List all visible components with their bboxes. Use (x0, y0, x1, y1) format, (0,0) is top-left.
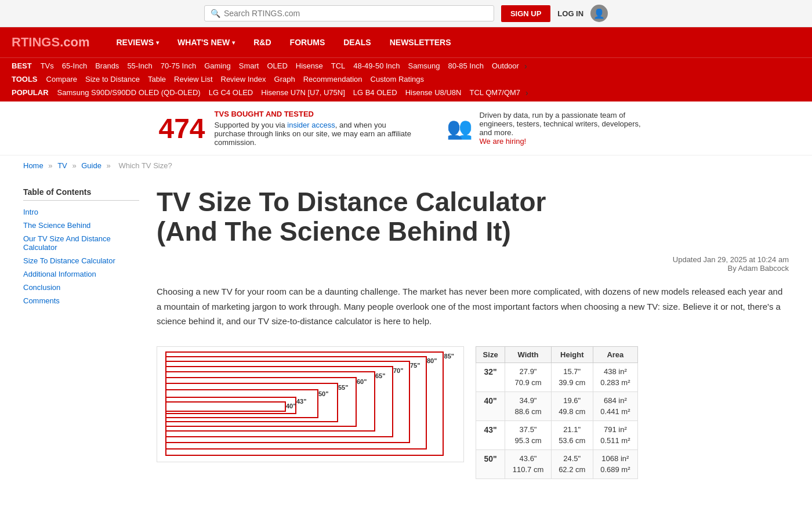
tv-label-40: 40" (286, 403, 296, 409)
nav-deals[interactable]: DEALS (334, 28, 380, 56)
avatar[interactable]: 👤 (590, 5, 608, 22)
size-43: 43" (476, 420, 505, 449)
best-samsung[interactable]: Samsung (405, 60, 443, 71)
toc-additional[interactable]: Additional Information (23, 269, 139, 280)
best-70-75[interactable]: 70-75 Inch (158, 60, 199, 71)
list-item: Intro (23, 206, 139, 217)
best-smart[interactable]: Smart (236, 60, 262, 71)
area-43: 791 in²0.511 m² (593, 420, 637, 449)
table-row: 50" 43.6"110.7 cm 24.5"62.2 cm 1068 in²0… (476, 449, 638, 478)
best-label: BEST (12, 61, 32, 70)
best-brands[interactable]: Brands (92, 60, 122, 71)
tools-size-to-dist[interactable]: Size to Distance (82, 74, 143, 85)
popular-lg-b4[interactable]: LG B4 OLED (350, 87, 400, 98)
best-55[interactable]: 55-Inch (124, 60, 155, 71)
popular-lg-c4[interactable]: LG C4 OLED (206, 87, 256, 98)
tools-review-index[interactable]: Review Index (218, 74, 269, 85)
width-43: 37.5"95.3 cm (505, 420, 552, 449)
nav-items: REVIEWS ▾ WHAT'S NEW ▾ R&D FORUMS DEALS … (107, 28, 460, 56)
size-table: Size Width Height Area 32" 27.9"70.9 cm … (476, 346, 638, 479)
insider-access-link[interactable]: insider access (287, 121, 335, 129)
top-bar: 🔍 SIGN UP LOG IN 👤 (0, 0, 812, 27)
popular-nav-row: POPULAR Samsung S90D/S90DD OLED (QD-OLED… (12, 87, 800, 98)
hiring-link[interactable]: We are hiring! (480, 137, 527, 146)
banner-right-description: Driven by data, run by a passionate team… (480, 111, 654, 146)
best-gaming[interactable]: Gaming (201, 60, 234, 71)
tools-custom-ratings[interactable]: Custom Ratings (368, 74, 427, 85)
tv-label-55: 55" (338, 384, 348, 391)
popular-label: POPULAR (12, 88, 49, 97)
nav-whats-new[interactable]: WHAT'S NEW ▾ (168, 28, 244, 56)
signup-button[interactable]: SIGN UP (501, 5, 550, 22)
popular-tcl-qm7[interactable]: TCL QM7/QM7 (466, 87, 523, 98)
tools-table[interactable]: Table (145, 74, 169, 85)
best-48-50[interactable]: 48-49-50 Inch (350, 60, 403, 71)
search-box[interactable]: 🔍 (204, 5, 494, 21)
tv-diagram: 85" 80" 75" 70" 65" 60" 55" (157, 346, 464, 462)
toc-size-dist[interactable]: Size To Distance Calculator (23, 255, 139, 266)
article-updated: Updated Jan 29, 2025 at 10:24 am (157, 255, 789, 264)
banner-description: Supported by you via insider access, and… (215, 121, 412, 147)
toc-our-calc[interactable]: Our TV Size And Distance Calculator (23, 233, 139, 253)
width-50: 43.6"110.7 cm (505, 449, 552, 478)
diagram-area: 85" 80" 75" 70" 65" 60" 55" (157, 346, 789, 479)
popular-samsung-s90d[interactable]: Samsung S90D/S90DD OLED (QD-OLED) (55, 87, 204, 98)
more-icon[interactable]: › (524, 61, 527, 71)
banner-right: 👥 Driven by data, run by a passionate te… (447, 111, 654, 146)
banner-title: TVS BOUGHT AND TESTED (215, 110, 412, 118)
size-40: 40" (476, 392, 505, 420)
team-icon: 👥 (447, 116, 473, 140)
best-65[interactable]: 65-Inch (59, 60, 90, 71)
article-author: By Adam Babcock (157, 264, 789, 273)
best-oled[interactable]: OLED (264, 60, 290, 71)
tools-review-list[interactable]: Review List (171, 74, 215, 85)
toc-intro[interactable]: Intro (23, 206, 139, 217)
tools-graph[interactable]: Graph (271, 74, 298, 85)
tools-recommendation[interactable]: Recommendation (300, 74, 365, 85)
breadcrumb-tv[interactable]: TV (57, 161, 67, 170)
search-input[interactable] (224, 9, 488, 18)
width-32: 27.9"70.9 cm (505, 362, 552, 392)
popular-hisense-u8[interactable]: Hisense U8/U8N (403, 87, 465, 98)
sidebar: Table of Contents Intro The Science Behi… (23, 187, 139, 479)
best-outdoor[interactable]: Outdoor (489, 60, 522, 71)
col-area: Area (593, 346, 637, 362)
list-item: Size To Distance Calculator (23, 255, 139, 266)
breadcrumb-sep2: » (72, 161, 78, 170)
toc-title: Table of Contents (23, 187, 139, 201)
breadcrumb-guide[interactable]: Guide (81, 161, 102, 170)
nav-reviews[interactable]: REVIEWS ▾ (107, 28, 168, 56)
breadcrumb-home[interactable]: Home (23, 161, 44, 170)
nav-forums[interactable]: FORUMS (281, 28, 335, 56)
tv-label-65: 65" (375, 372, 385, 379)
toc-comments[interactable]: Comments (23, 295, 139, 306)
height-40: 19.6"49.8 cm (551, 392, 593, 420)
size-50: 50" (476, 449, 505, 478)
tools-compare[interactable]: Compare (44, 74, 80, 85)
list-item: Our TV Size And Distance Calculator (23, 233, 139, 253)
login-button[interactable]: LOG IN (557, 9, 583, 18)
best-hisense[interactable]: Hisense (293, 60, 326, 71)
tools-nav-row: TOOLS Compare Size to Distance Table Rev… (12, 74, 800, 85)
tv-label-43: 43" (296, 398, 306, 405)
breadcrumb-current: Which TV Size? (118, 161, 172, 170)
best-nav-row: BEST TVs 65-Inch Brands 55-Inch 70-75 In… (12, 60, 800, 71)
toc-science[interactable]: The Science Behind (23, 220, 139, 231)
breadcrumb-sep1: » (48, 161, 55, 170)
table-row: 32" 27.9"70.9 cm 15.7"39.9 cm 438 in²0.2… (476, 362, 638, 392)
tv-rect-40 (165, 401, 286, 412)
size-32: 32" (476, 362, 505, 392)
site-logo[interactable]: RTINGS.com (12, 35, 89, 50)
popular-hisense-u7n[interactable]: Hisense U7N [U7, U75N] (258, 87, 348, 98)
best-80-85[interactable]: 80-85 Inch (445, 60, 486, 71)
best-tcl[interactable]: TCL (328, 60, 349, 71)
tv-label-75: 75" (410, 362, 420, 369)
nav-rd[interactable]: R&D (244, 28, 280, 56)
best-tvs[interactable]: TVs (38, 60, 57, 71)
list-item: Comments (23, 295, 139, 306)
toc-conclusion[interactable]: Conclusion (23, 282, 139, 293)
col-size: Size (476, 346, 505, 362)
popular-more-icon[interactable]: › (525, 88, 528, 97)
tools-label: TOOLS (12, 75, 38, 84)
nav-newsletters[interactable]: NEWSLETTERS (380, 28, 461, 56)
